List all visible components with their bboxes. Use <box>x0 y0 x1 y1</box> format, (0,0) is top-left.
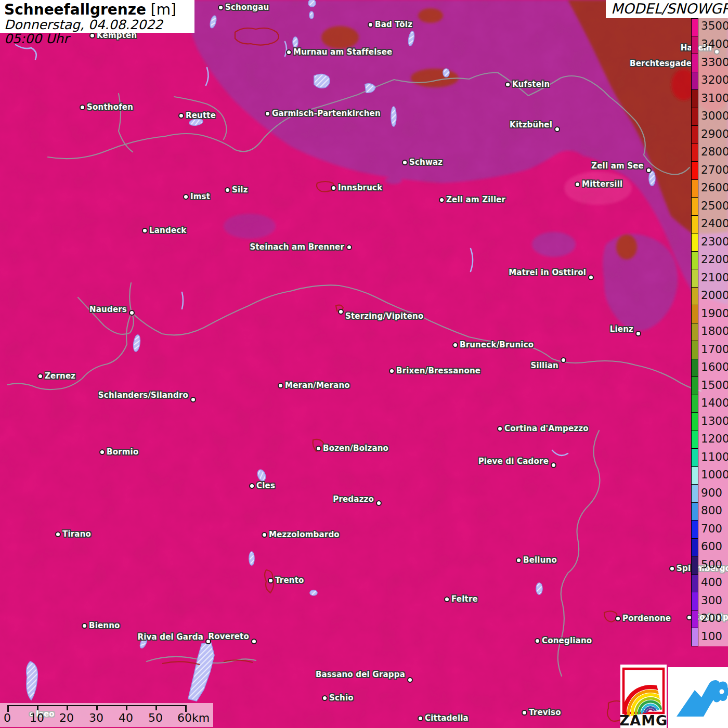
city-label: Predazzo <box>333 495 374 504</box>
map-title-unit: [m] <box>151 1 176 18</box>
city-dot <box>402 160 408 165</box>
city-dot <box>376 500 382 506</box>
colorbar-cell <box>691 251 698 270</box>
colorbar-cell <box>691 412 698 431</box>
colorbar-cell <box>691 610 698 629</box>
city-label: Steinach am Brenner <box>250 242 344 252</box>
city-dot <box>588 275 594 280</box>
colorbar-tick-label: 2800 <box>701 145 728 158</box>
colorbar-tick-label: 1700 <box>701 342 728 355</box>
colorbar-tick-label: 3100 <box>701 91 728 104</box>
colorbar-cell <box>691 466 698 485</box>
colorbar-tick-label: 3000 <box>701 109 728 122</box>
city-dot <box>55 531 61 537</box>
colorbar-tick-label: 200 <box>701 612 722 625</box>
colorbar-tick-label: 2400 <box>701 217 728 230</box>
colorbar-tick-label: 2000 <box>701 289 728 302</box>
colorbar-cell <box>691 287 698 306</box>
city-label: Meran/Merano <box>285 381 350 390</box>
scalebar-number: 40 <box>119 711 133 724</box>
scalebar-number: 0 <box>4 711 11 724</box>
city-dot <box>80 105 85 110</box>
city-label: Sonthofen <box>87 102 133 112</box>
colorbar-tick-label: 2600 <box>701 181 728 194</box>
scalebar-number: 20 <box>59 711 74 724</box>
colorbar-tick-label: 1600 <box>701 360 728 373</box>
colorbar-cell <box>691 538 698 557</box>
city-label: Pordenone <box>622 614 671 623</box>
city-dot <box>346 244 352 250</box>
city-dot <box>251 639 257 644</box>
city-label: Zernez <box>45 371 75 381</box>
colorbar-cell <box>691 89 698 108</box>
colorbar-cell <box>691 54 698 72</box>
city-label: Bad Tölz <box>375 20 412 29</box>
colorbar-cell <box>691 592 698 610</box>
colorbar-cell <box>691 628 698 646</box>
colorbar-tick-label: 800 <box>701 504 722 517</box>
scalebar-box: 0102030405060km <box>0 703 213 727</box>
colorbar-tick-label: 1300 <box>701 414 728 427</box>
colorbar-cell <box>691 233 698 252</box>
city-label: Landeck <box>149 226 187 235</box>
map-datetime: Donnerstag, 04.08.2022 05:00 Uhr <box>4 18 194 46</box>
city-label: Kufstein <box>512 80 550 89</box>
colorbar-cell <box>691 179 698 198</box>
city-dot <box>452 342 458 348</box>
map-title-text: Schneefallgrenze <box>4 1 146 18</box>
colorbar-tick-label: 2100 <box>701 270 728 283</box>
city-label: Bienno <box>89 621 120 630</box>
snow-mountain-icon <box>668 667 728 728</box>
city-dot <box>37 373 43 379</box>
colorbar-cell <box>691 269 698 288</box>
city-label: Mezzolombardo <box>269 530 340 539</box>
colorbar-cell <box>691 484 698 503</box>
city-label: Cortina d'Ampezzo <box>504 424 589 433</box>
colorbar-tick-label: 2700 <box>701 163 728 176</box>
colorbar-tick-label: 3300 <box>701 55 728 68</box>
scalebar-number: 10 <box>30 711 44 724</box>
colorbar-tick-label: 100 <box>701 629 722 642</box>
colorbar-cell <box>691 144 698 162</box>
scalebar-tick <box>126 705 127 710</box>
city-dot <box>407 677 413 683</box>
city-dot <box>178 113 184 119</box>
city-dot <box>669 566 675 571</box>
city-dot <box>646 167 652 173</box>
city-dot <box>129 310 135 316</box>
colorbar-tick-label: 1400 <box>701 396 728 409</box>
scalebar-number: 50 <box>148 711 163 724</box>
scalebar-number: 30 <box>89 711 103 724</box>
colorbar-tick-label: 3200 <box>701 73 728 86</box>
city-dot <box>331 185 336 191</box>
city-dot <box>190 397 196 402</box>
city-label: Schio <box>329 693 354 703</box>
city-dot <box>615 616 621 621</box>
scalebar-tick <box>37 705 38 710</box>
city-dot <box>516 557 522 563</box>
city-label: Sterzing/Vipiteno <box>345 311 423 321</box>
colorbar-cell <box>691 161 698 180</box>
city-dot <box>249 483 255 489</box>
scalebar-tick <box>96 705 98 710</box>
city-dot <box>554 126 560 132</box>
city-label: Lienz <box>610 324 633 334</box>
city-dot <box>561 357 566 363</box>
city-dot <box>286 49 292 55</box>
colorbar-tick-label: 1200 <box>701 432 728 445</box>
city-dot <box>218 5 224 10</box>
city-dot <box>444 596 450 602</box>
colorbar-tick-label: 2900 <box>701 127 728 140</box>
city-dot <box>82 623 87 629</box>
colorbar-cell <box>691 36 698 55</box>
map-title: Schneefallgrenze [m] <box>4 2 194 18</box>
city-dot <box>497 426 503 432</box>
colorbar-tick-label: 3500 <box>701 19 728 32</box>
colorbar-cell <box>691 305 698 323</box>
colorbar-tick-label: 300 <box>701 593 722 606</box>
city-label: Schwaz <box>409 158 443 167</box>
city-label: Treviso <box>529 708 561 717</box>
city-label: Zell am Ziller <box>446 195 505 204</box>
city-dot <box>265 111 270 116</box>
city-label: Pieve di Cadore <box>478 457 549 466</box>
